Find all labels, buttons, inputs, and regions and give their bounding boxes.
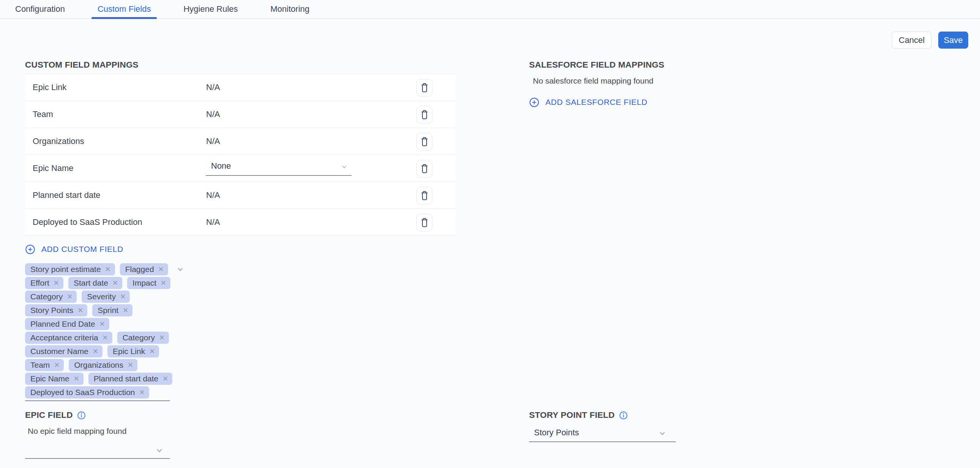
field-value: N/A: [206, 190, 220, 200]
chip-remove-icon[interactable]: ✕: [112, 280, 118, 286]
save-button[interactable]: Save: [938, 32, 968, 49]
chip[interactable]: Effort ✕: [25, 277, 64, 289]
chip-row: Story Points ✕ Sprint ✕: [25, 304, 455, 316]
chip-row: Effort ✕ Start date ✕ Impact ✕: [25, 277, 455, 289]
trash-icon: [420, 83, 429, 93]
chip-remove-icon[interactable]: ✕: [158, 266, 164, 273]
tab-hygiene-rules[interactable]: Hygiene Rules: [177, 0, 244, 18]
chip-remove-icon[interactable]: ✕: [105, 266, 111, 273]
chip-remove-icon[interactable]: ✕: [127, 362, 133, 369]
delete-field-button[interactable]: [416, 214, 432, 232]
chip[interactable]: Epic Link ✕: [107, 345, 159, 358]
chip-label: Deployed to SaaS Production: [30, 388, 135, 397]
chip-remove-icon[interactable]: ✕: [162, 375, 168, 382]
tab-label: Hygiene Rules: [183, 4, 238, 14]
chip[interactable]: Sprint ✕: [92, 304, 132, 316]
trash-icon: [420, 191, 429, 201]
chip[interactable]: Planned start date ✕: [88, 373, 173, 385]
chip-remove-icon[interactable]: ✕: [159, 334, 165, 341]
delete-field-button[interactable]: [416, 160, 432, 177]
field-name: Epic Name: [33, 163, 74, 173]
story-point-field-section: STORY POINT FIELD Story Points: [529, 410, 676, 442]
chip[interactable]: Acceptance criteria ✕: [25, 332, 112, 344]
add-custom-field-label: ADD CUSTOM FIELD: [41, 244, 123, 254]
chip[interactable]: Flagged ✕: [120, 263, 168, 275]
tab-configuration[interactable]: Configuration: [9, 0, 71, 18]
chip-row: Customer Name ✕ Epic Link ✕: [25, 345, 455, 358]
chevron-down-icon: [154, 445, 165, 456]
salesforce-empty-text: No salesforce field mapping found: [529, 77, 764, 85]
info-icon[interactable]: [77, 411, 86, 420]
field-value: N/A: [206, 82, 220, 92]
chip-remove-icon[interactable]: ✕: [54, 280, 59, 286]
chip-row: Category ✕ Severity ✕: [25, 291, 455, 303]
chip[interactable]: Category ✕: [117, 332, 169, 344]
chevron-down-icon[interactable]: [175, 264, 186, 275]
chip-remove-icon[interactable]: ✕: [99, 321, 105, 327]
delete-field-button[interactable]: [416, 79, 432, 96]
story-point-field-select[interactable]: Story Points: [529, 425, 676, 442]
story-point-field-title-text: STORY POINT FIELD: [529, 410, 615, 420]
chip-label: Story point estimate: [30, 265, 101, 274]
chip-label: Story Points: [30, 306, 73, 315]
chip-remove-icon[interactable]: ✕: [54, 362, 60, 369]
delete-field-button[interactable]: [416, 106, 432, 123]
delete-field-button[interactable]: [416, 133, 432, 150]
field-value: N/A: [206, 109, 220, 119]
info-icon[interactable]: [619, 411, 628, 420]
chip[interactable]: Story Points ✕: [25, 304, 87, 316]
chip-remove-icon[interactable]: ✕: [123, 307, 128, 314]
chip[interactable]: Organizations ✕: [69, 359, 137, 371]
tab-monitoring[interactable]: Monitoring: [264, 0, 316, 18]
chip[interactable]: Epic Name ✕: [25, 373, 83, 385]
chip-row: Acceptance criteria ✕ Category ✕: [25, 332, 455, 344]
add-custom-field-button[interactable]: ADD CUSTOM FIELD: [25, 241, 455, 257]
tab-custom-fields[interactable]: Custom Fields: [91, 0, 157, 18]
chip[interactable]: Team ✕: [25, 359, 64, 371]
chip[interactable]: Category ✕: [25, 291, 77, 303]
chip-remove-icon[interactable]: ✕: [149, 348, 155, 355]
chip-row: Team ✕ Organizations ✕: [25, 359, 455, 371]
delete-field-button[interactable]: [416, 187, 432, 204]
add-salesforce-field-button[interactable]: ADD SALESFORCE FIELD: [529, 94, 764, 110]
chip-label: Severity: [87, 292, 116, 301]
story-point-field-title: STORY POINT FIELD: [529, 410, 676, 420]
chip-remove-icon[interactable]: ✕: [67, 293, 73, 300]
plus-circle-icon: [25, 244, 35, 254]
chip-label: Category: [30, 292, 63, 301]
chip[interactable]: Planned End Date ✕: [25, 318, 109, 330]
chip-label: Organizations: [74, 361, 123, 370]
epic-name-select[interactable]: None: [206, 158, 352, 176]
plus-circle-icon: [529, 97, 539, 107]
chip[interactable]: Impact ✕: [127, 277, 170, 289]
salesforce-field-mappings-section: SALESFORCE FIELD MAPPINGS No salesforce …: [529, 60, 764, 110]
chip-remove-icon[interactable]: ✕: [120, 293, 126, 300]
chip[interactable]: Deployed to SaaS Production ✕: [25, 387, 149, 398]
field-name: Planned start date: [33, 190, 100, 200]
chip[interactable]: Start date ✕: [68, 277, 122, 289]
chip[interactable]: Customer Name ✕: [25, 345, 102, 358]
custom-field-chips-multiselect[interactable]: Story point estimate ✕ Flagged ✕ Effort …: [25, 263, 455, 398]
tab-label: Monitoring: [270, 4, 310, 14]
field-name: Organizations: [33, 136, 84, 146]
select-value: Story Points: [534, 428, 579, 438]
chip-label: Flagged: [125, 265, 154, 274]
chip-label: Sprint: [97, 306, 118, 315]
cancel-button[interactable]: Cancel: [892, 32, 931, 49]
chip-remove-icon[interactable]: ✕: [78, 307, 83, 314]
table-row: Epic Link N/A: [25, 74, 455, 101]
chip-row: Deployed to SaaS Production ✕: [25, 387, 455, 398]
chip[interactable]: Story point estimate ✕: [25, 263, 115, 275]
chip-remove-icon[interactable]: ✕: [102, 334, 108, 341]
trash-icon: [420, 110, 429, 120]
action-buttons: Cancel Save: [892, 32, 968, 49]
epic-field-select[interactable]: [25, 441, 170, 459]
chip[interactable]: Severity ✕: [82, 291, 130, 303]
chip-remove-icon[interactable]: ✕: [139, 389, 145, 396]
chip-remove-icon[interactable]: ✕: [161, 280, 166, 286]
chip-remove-icon[interactable]: ✕: [92, 348, 98, 355]
chip-remove-icon[interactable]: ✕: [74, 375, 80, 382]
field-value: N/A: [206, 136, 220, 146]
chip-row: Planned End Date ✕: [25, 318, 455, 330]
tab-bar: Configuration Custom Fields Hygiene Rule…: [0, 0, 980, 19]
